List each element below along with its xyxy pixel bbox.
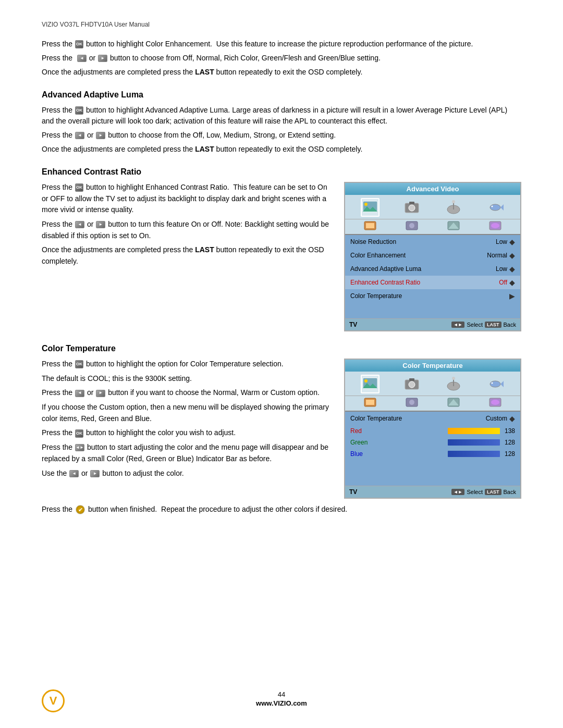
osd-sub-icons <box>345 219 520 235</box>
ok-icon-ct: OK <box>75 360 83 368</box>
osd-row-ecr: Enhanced Contrast Ratio Off ◆ <box>345 276 520 289</box>
svg-point-15 <box>409 223 414 228</box>
ct-row-arrow: ◆ <box>509 414 515 423</box>
svg-point-39 <box>491 400 499 405</box>
row-value-noise: Low <box>496 238 507 245</box>
svg-point-31 <box>492 382 493 384</box>
row-label-ct: Color Temperature <box>350 292 507 300</box>
osd-row-noise: Noise Reduction Low ◆ <box>345 235 520 249</box>
color-temp-osd: Color Temperature <box>344 359 521 499</box>
vizio-logo-circle: V <box>42 689 65 712</box>
aal-p1: Press the OK button to highlight Advance… <box>42 105 521 127</box>
ct-p7: Use the ◄ or ► button to adjust the colo… <box>42 468 334 479</box>
svg-point-24 <box>409 381 415 388</box>
ct-row-red: Red 138 <box>345 425 520 437</box>
ct-p3: Press the ◄ or ► button if you want to c… <box>42 387 334 399</box>
right-btn-ct: ► <box>96 390 105 397</box>
intro-p2: Press the ◄ or ► button to choose from O… <box>42 53 521 64</box>
row-value-ce: Normal <box>487 252 507 259</box>
ct-select-btn: ◄► <box>451 489 465 495</box>
row-value-aal: Low <box>496 265 507 273</box>
row-value-ecr: Off <box>499 279 507 286</box>
ct-osd-icon-camera <box>402 375 421 393</box>
aal-p3: Once the adjustments are completed press… <box>42 144 521 155</box>
ct-green-value: 128 <box>502 439 515 446</box>
svg-marker-10 <box>500 204 504 211</box>
right-btn-aal: ► <box>96 132 105 139</box>
row-arrow-ct: ▶ <box>509 292 515 300</box>
osd-icon-fish <box>486 198 505 217</box>
ct-osd-icons-row <box>345 372 520 396</box>
sub-icon-3 <box>446 220 461 231</box>
select-text: Select <box>467 322 483 328</box>
ct-sub-icon-1 <box>363 397 377 408</box>
intro-p1: Press the OK button to highlight Color E… <box>42 39 521 50</box>
ecr-text: Press the OK button to highlight Enhance… <box>42 182 334 331</box>
left-btn-ct: ◄ <box>75 390 84 397</box>
svg-point-28 <box>452 377 455 380</box>
ct-blue-value: 128 <box>502 450 515 458</box>
ecr-p3: Once the adjustments are completed press… <box>42 244 334 267</box>
aal-intro: Press the OK button to highlight Advance… <box>42 105 521 155</box>
ok-icon: OK <box>75 40 83 48</box>
ct-green-bar <box>448 439 500 446</box>
vizio-logo: V <box>42 689 65 712</box>
svg-rect-25 <box>409 378 414 381</box>
osd-menu-body: Noise Reduction Low ◆ Color Enhancement … <box>345 235 520 318</box>
l-btn-ct2: ◄ <box>69 470 79 477</box>
ct-row-value: Custom <box>486 415 507 422</box>
ct-back-text: Back <box>504 489 516 495</box>
left-btn-aal: ◄ <box>75 132 84 139</box>
ct-row-label: Color Temperature <box>350 415 486 422</box>
intro-p3: Once the adjustments are completed press… <box>42 67 521 78</box>
ct-p2: The default is COOL; this is the 9300K s… <box>42 373 334 385</box>
svg-point-11 <box>492 206 493 207</box>
osd-row-aal: Advanced Adaptive Luma Low ◆ <box>345 262 520 276</box>
row-arrow-aal: ◆ <box>509 265 515 273</box>
row-label-ce: Color Enhancement <box>350 252 487 259</box>
row-arrow-noise: ◆ <box>509 238 515 246</box>
svg-point-35 <box>409 400 414 405</box>
row-label-aal: Advanced Adaptive Luma <box>350 265 496 273</box>
osd-footer-controls: ◄► Select LAST Back <box>451 322 516 328</box>
svg-marker-30 <box>500 381 504 387</box>
ct-osd-spacer <box>345 460 520 486</box>
ct-osd-footer: TV ◄► Select LAST Back <box>345 486 520 498</box>
page-footer: 44 www.VIZIO.com <box>0 690 563 707</box>
ct-p4: If you choose the Custom option, then a … <box>42 402 334 424</box>
ok-icon-ecr: OK <box>75 183 83 192</box>
ct-osd-title: Color Temperature <box>345 360 520 372</box>
osd-row-ce: Color Enhancement Normal ◆ <box>345 249 520 262</box>
osd-spacer <box>345 303 520 318</box>
ct-red-bar-container: 138 <box>448 427 515 435</box>
page-number: 44 <box>0 690 563 698</box>
left-btn-ecr: ◄ <box>75 221 84 228</box>
osd-icons-row <box>345 195 520 219</box>
ct-green-label: Green <box>350 439 448 446</box>
ok-icon-ct2: OK <box>75 429 83 438</box>
ct-red-bar <box>448 428 500 434</box>
ct-blue-bar <box>448 451 500 457</box>
color-enhancement-intro: Press the OK button to highlight Color E… <box>42 39 521 78</box>
row-arrow-ce: ◆ <box>509 251 515 260</box>
ecr-osd-image: Advanced Video <box>344 182 521 331</box>
svg-point-22 <box>364 379 368 382</box>
ct-p1: Press the OK button to highlight the opt… <box>42 359 334 370</box>
osd-tv-label: TV <box>349 321 357 328</box>
sub-icon-2 <box>405 220 419 231</box>
ct-sub-icon-2 <box>405 397 419 408</box>
ct-osd-icon-picture <box>361 375 380 393</box>
ok-v-icon: ✔ <box>76 505 85 514</box>
page: VIZIO VO37L FHDTV10A User Manual Press t… <box>0 0 563 550</box>
ct-select-text: Select <box>467 489 483 495</box>
advanced-video-osd: Advanced Video <box>344 182 521 331</box>
ct-osd-icon-satellite <box>444 375 463 393</box>
ct-red-value: 138 <box>502 427 515 435</box>
right-btn-ecr-b: ► <box>96 221 105 228</box>
svg-rect-33 <box>366 400 374 405</box>
ct-p6: Press the ◄► button to start adjusting t… <box>42 442 334 464</box>
ct-tv-label: TV <box>349 488 357 496</box>
ct-osd-icon-fish <box>486 375 505 393</box>
svg-point-4 <box>409 205 415 211</box>
svg-point-2 <box>364 203 368 206</box>
